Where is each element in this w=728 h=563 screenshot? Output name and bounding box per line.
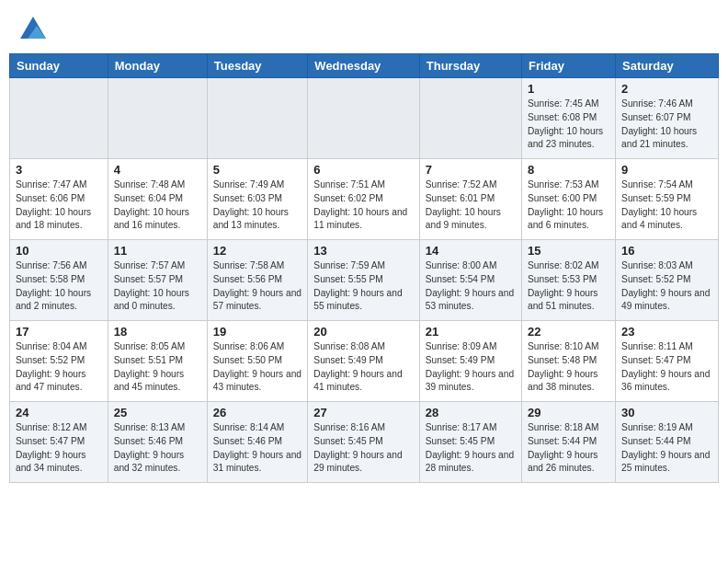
- calendar-week-row: 10Sunrise: 7:56 AMSunset: 5:58 PMDayligh…: [10, 240, 719, 321]
- day-info: Sunrise: 7:46 AMSunset: 6:07 PMDaylight:…: [621, 98, 712, 152]
- day-info: Sunrise: 8:10 AMSunset: 5:48 PMDaylight:…: [528, 340, 609, 395]
- day-number: 26: [213, 406, 302, 419]
- day-info: Sunrise: 8:06 AMSunset: 5:50 PMDaylight:…: [213, 340, 302, 395]
- day-number: 29: [528, 406, 609, 419]
- calendar-cell: [308, 78, 419, 159]
- day-number: 1: [528, 82, 609, 96]
- day-number: 9: [621, 163, 712, 177]
- calendar-cell: 25Sunrise: 8:13 AMSunset: 5:46 PMDayligh…: [108, 402, 207, 483]
- calendar-cell: [10, 78, 108, 159]
- day-number: 6: [313, 163, 413, 177]
- calendar-cell: 21Sunrise: 8:09 AMSunset: 5:49 PMDayligh…: [419, 321, 521, 402]
- day-number: 11: [114, 244, 201, 258]
- calendar: SundayMondayTuesdayWednesdayThursdayFrid…: [9, 53, 719, 483]
- weekday-header: Wednesday: [308, 54, 419, 78]
- day-info: Sunrise: 7:58 AMSunset: 5:56 PMDaylight:…: [213, 259, 302, 314]
- day-number: 22: [528, 325, 609, 339]
- calendar-cell: 2Sunrise: 7:46 AMSunset: 6:07 PMDaylight…: [616, 78, 719, 159]
- calendar-cell: 19Sunrise: 8:06 AMSunset: 5:50 PMDayligh…: [207, 321, 308, 402]
- day-info: Sunrise: 7:56 AMSunset: 5:58 PMDaylight:…: [16, 259, 102, 314]
- day-info: Sunrise: 8:13 AMSunset: 5:46 PMDaylight:…: [114, 421, 201, 476]
- calendar-cell: 8Sunrise: 7:53 AMSunset: 6:00 PMDaylight…: [522, 159, 616, 240]
- calendar-cell: 5Sunrise: 7:49 AMSunset: 6:03 PMDaylight…: [207, 159, 308, 240]
- weekday-header: Friday: [522, 54, 616, 78]
- day-info: Sunrise: 7:57 AMSunset: 5:57 PMDaylight:…: [114, 259, 201, 314]
- calendar-header-row: SundayMondayTuesdayWednesdayThursdayFrid…: [10, 54, 719, 78]
- day-info: Sunrise: 7:53 AMSunset: 6:00 PMDaylight:…: [528, 178, 609, 233]
- calendar-cell: 17Sunrise: 8:04 AMSunset: 5:52 PMDayligh…: [10, 321, 108, 402]
- calendar-cell: 15Sunrise: 8:02 AMSunset: 5:53 PMDayligh…: [522, 240, 616, 321]
- day-info: Sunrise: 8:09 AMSunset: 5:49 PMDaylight:…: [426, 340, 516, 395]
- calendar-cell: 20Sunrise: 8:08 AMSunset: 5:49 PMDayligh…: [308, 321, 419, 402]
- day-info: Sunrise: 8:19 AMSunset: 5:44 PMDaylight:…: [621, 421, 712, 476]
- day-number: 16: [621, 244, 712, 258]
- day-info: Sunrise: 8:17 AMSunset: 5:45 PMDaylight:…: [426, 421, 516, 476]
- day-info: Sunrise: 7:47 AMSunset: 6:06 PMDaylight:…: [16, 178, 102, 233]
- weekday-header: Tuesday: [207, 54, 308, 78]
- day-number: 28: [426, 406, 516, 419]
- calendar-cell: 30Sunrise: 8:19 AMSunset: 5:44 PMDayligh…: [616, 402, 719, 483]
- day-number: 27: [313, 406, 413, 419]
- header: [0, 0, 728, 53]
- calendar-cell: [108, 78, 207, 159]
- day-number: 15: [528, 244, 609, 258]
- day-number: 14: [426, 244, 516, 258]
- day-number: 19: [213, 325, 302, 339]
- calendar-cell: 10Sunrise: 7:56 AMSunset: 5:58 PMDayligh…: [10, 240, 108, 321]
- calendar-week-row: 24Sunrise: 8:12 AMSunset: 5:47 PMDayligh…: [10, 402, 719, 483]
- day-number: 2: [621, 82, 712, 96]
- weekday-header: Thursday: [419, 54, 521, 78]
- day-info: Sunrise: 7:51 AMSunset: 6:02 PMDaylight:…: [313, 178, 413, 233]
- day-info: Sunrise: 8:16 AMSunset: 5:45 PMDaylight:…: [313, 421, 413, 476]
- day-number: 21: [426, 325, 516, 339]
- calendar-cell: 16Sunrise: 8:03 AMSunset: 5:52 PMDayligh…: [616, 240, 719, 321]
- day-info: Sunrise: 7:54 AMSunset: 5:59 PMDaylight:…: [621, 178, 712, 233]
- calendar-cell: [207, 78, 308, 159]
- day-number: 13: [313, 244, 413, 258]
- day-number: 23: [621, 325, 712, 339]
- day-number: 24: [16, 406, 102, 419]
- calendar-cell: 7Sunrise: 7:52 AMSunset: 6:01 PMDaylight…: [419, 159, 521, 240]
- day-number: 12: [213, 244, 302, 258]
- day-info: Sunrise: 8:04 AMSunset: 5:52 PMDaylight:…: [16, 340, 102, 395]
- day-info: Sunrise: 7:45 AMSunset: 6:08 PMDaylight:…: [528, 98, 609, 152]
- day-info: Sunrise: 8:12 AMSunset: 5:47 PMDaylight:…: [16, 421, 102, 476]
- day-info: Sunrise: 7:52 AMSunset: 6:01 PMDaylight:…: [426, 178, 516, 233]
- day-number: 4: [114, 163, 201, 177]
- day-info: Sunrise: 8:05 AMSunset: 5:51 PMDaylight:…: [114, 340, 201, 395]
- calendar-cell: 11Sunrise: 7:57 AMSunset: 5:57 PMDayligh…: [108, 240, 207, 321]
- day-number: 8: [528, 163, 609, 177]
- day-number: 30: [621, 406, 712, 419]
- calendar-cell: [419, 78, 521, 159]
- calendar-week-row: 3Sunrise: 7:47 AMSunset: 6:06 PMDaylight…: [10, 159, 719, 240]
- calendar-cell: 9Sunrise: 7:54 AMSunset: 5:59 PMDaylight…: [616, 159, 719, 240]
- calendar-cell: 24Sunrise: 8:12 AMSunset: 5:47 PMDayligh…: [10, 402, 108, 483]
- day-number: 17: [16, 325, 102, 339]
- calendar-cell: 22Sunrise: 8:10 AMSunset: 5:48 PMDayligh…: [522, 321, 616, 402]
- calendar-cell: 23Sunrise: 8:11 AMSunset: 5:47 PMDayligh…: [616, 321, 719, 402]
- calendar-cell: 27Sunrise: 8:16 AMSunset: 5:45 PMDayligh…: [308, 402, 419, 483]
- day-info: Sunrise: 7:59 AMSunset: 5:55 PMDaylight:…: [313, 259, 413, 314]
- calendar-cell: 1Sunrise: 7:45 AMSunset: 6:08 PMDaylight…: [522, 78, 616, 159]
- day-info: Sunrise: 8:02 AMSunset: 5:53 PMDaylight:…: [528, 259, 609, 314]
- weekday-header: Monday: [108, 54, 207, 78]
- calendar-week-row: 1Sunrise: 7:45 AMSunset: 6:08 PMDaylight…: [10, 78, 719, 159]
- day-info: Sunrise: 8:08 AMSunset: 5:49 PMDaylight:…: [313, 340, 413, 395]
- calendar-week-row: 17Sunrise: 8:04 AMSunset: 5:52 PMDayligh…: [10, 321, 719, 402]
- calendar-cell: 4Sunrise: 7:48 AMSunset: 6:04 PMDaylight…: [108, 159, 207, 240]
- calendar-cell: 12Sunrise: 7:58 AMSunset: 5:56 PMDayligh…: [207, 240, 308, 321]
- calendar-cell: 29Sunrise: 8:18 AMSunset: 5:44 PMDayligh…: [522, 402, 616, 483]
- day-number: 7: [426, 163, 516, 177]
- day-number: 25: [114, 406, 201, 419]
- logo: [17, 13, 51, 46]
- day-number: 10: [16, 244, 102, 258]
- calendar-cell: 26Sunrise: 8:14 AMSunset: 5:46 PMDayligh…: [207, 402, 308, 483]
- logo-icon: [17, 13, 50, 46]
- calendar-cell: 6Sunrise: 7:51 AMSunset: 6:02 PMDaylight…: [308, 159, 419, 240]
- day-info: Sunrise: 8:03 AMSunset: 5:52 PMDaylight:…: [621, 259, 712, 314]
- weekday-header: Saturday: [616, 54, 719, 78]
- day-info: Sunrise: 8:00 AMSunset: 5:54 PMDaylight:…: [426, 259, 516, 314]
- day-info: Sunrise: 8:14 AMSunset: 5:46 PMDaylight:…: [213, 421, 302, 476]
- day-info: Sunrise: 8:18 AMSunset: 5:44 PMDaylight:…: [528, 421, 609, 476]
- weekday-header: Sunday: [10, 54, 108, 78]
